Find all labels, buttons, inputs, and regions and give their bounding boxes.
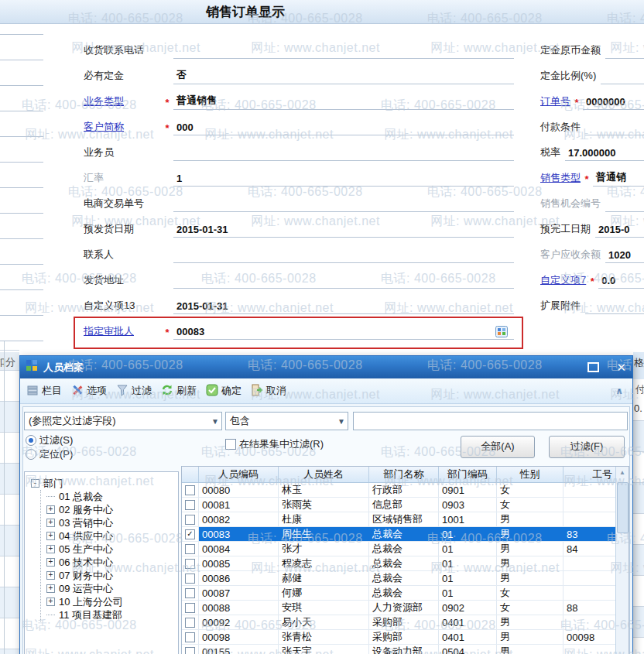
scroll-up-icon[interactable]: ▲ (616, 467, 629, 479)
toolbar-item-funnel[interactable]: 过滤 (116, 384, 152, 399)
table-row[interactable]: ✓00083周生生总裁会01男83 (182, 527, 629, 542)
tree-node[interactable]: +06 技术中心 (46, 556, 178, 569)
field-value[interactable]: 0000000 (583, 96, 644, 110)
tree-expand-icon[interactable]: + (46, 571, 55, 580)
tree-expand-icon[interactable]: + (46, 584, 55, 593)
table-row[interactable]: 00092易小天采购部0401男 (182, 615, 629, 630)
row-checkbox[interactable] (185, 647, 195, 654)
tree-node[interactable]: +03 营销中心 (46, 516, 178, 529)
radio-locate-circle[interactable] (26, 449, 36, 460)
filter-field-dropdown[interactable]: (参照定义过滤字段) ▼ (24, 412, 222, 430)
row-checkbox[interactable] (185, 485, 195, 495)
field-label[interactable]: 销售类型 (540, 171, 581, 187)
field-value[interactable]: 17.000000 (565, 147, 644, 161)
tree-collapse-icon[interactable]: - (31, 479, 39, 488)
column-header[interactable]: 部门名称 (369, 467, 439, 482)
column-header[interactable]: 工号 (564, 467, 618, 482)
field-label[interactable]: 业务类型 (84, 94, 161, 110)
tree-node[interactable]: +04 供应中心 (46, 529, 178, 543)
tree-expand-icon[interactable]: + (46, 558, 55, 567)
table-row[interactable]: 00098张青松采购部0401男00098 (182, 630, 629, 645)
column-header[interactable]: 性别 (497, 467, 564, 482)
field-value[interactable]: 普通销 (593, 170, 644, 187)
table-row[interactable]: 00081张雨英信息部0903女 (182, 498, 629, 512)
field-value[interactable]: 否 (173, 68, 514, 84)
toolbar-item-refresh[interactable]: 刷新 (161, 384, 197, 399)
dialog-titlebar[interactable]: 人员档案 ✕ (20, 356, 632, 378)
collapse-chevron-icon[interactable]: ∧ (615, 385, 623, 396)
tree-root[interactable]: -部门 (31, 477, 178, 490)
field-value[interactable] (585, 133, 644, 135)
table-row[interactable]: 00155张天宇设备动力部0504男 (182, 645, 629, 654)
tree-node[interactable]: 01 总裁会 (46, 490, 178, 503)
field-label[interactable]: 指定审批人 (84, 324, 161, 340)
field-value[interactable]: 00083 (173, 326, 514, 340)
field-value[interactable] (585, 312, 644, 314)
tree-node[interactable]: +10 上海分公司 (46, 595, 178, 608)
row-checkbox[interactable] (185, 618, 195, 628)
field-value[interactable]: 2015-0 (595, 224, 644, 238)
tree-expand-icon[interactable]: + (46, 532, 55, 540)
field-value[interactable] (173, 261, 514, 263)
field-value[interactable]: 000 (173, 122, 514, 135)
table-row[interactable]: 00082杜康区域销售部1001男 (182, 512, 629, 527)
table-row[interactable]: 00085程凌志总裁会01男 (182, 556, 629, 571)
field-value[interactable] (173, 286, 514, 289)
row-checkbox[interactable] (185, 632, 195, 642)
radio-filter-circle[interactable] (26, 435, 36, 446)
table-row[interactable]: 00080林玉行政部0901女 (182, 483, 629, 498)
tree-node[interactable]: +02 服务中心 (46, 503, 178, 516)
toolbar-item-columns[interactable]: 栏目 (26, 384, 62, 399)
table-row[interactable]: 00086郝健总裁会01男 (182, 571, 629, 586)
toolbar-item-confirm[interactable]: 确定 (206, 384, 242, 399)
field-label[interactable]: 自定义项7 (540, 273, 586, 289)
tree-node[interactable]: +05 生产中心 (46, 543, 178, 556)
row-checkbox[interactable] (185, 603, 195, 613)
radio-locate[interactable]: 定位(P) (26, 447, 73, 461)
close-icon[interactable]: ✕ (616, 361, 626, 373)
column-header[interactable]: 部门编码 (439, 467, 497, 482)
tree-expand-icon[interactable]: + (46, 545, 55, 553)
filter-button[interactable]: 过滤(F) (549, 436, 625, 458)
field-value[interactable]: 1 (173, 173, 514, 187)
row-checkbox[interactable] (185, 559, 195, 569)
tree-expand-icon[interactable]: + (46, 505, 55, 514)
vertical-scrollbar[interactable]: ▲ (615, 467, 629, 654)
filter-operator-dropdown[interactable]: 包含 ▼ (225, 412, 348, 430)
field-value[interactable] (601, 82, 644, 84)
field-value[interactable]: 0.0 (598, 275, 644, 289)
table-row[interactable]: 00087何娜总裁会01女 (182, 586, 629, 601)
browse-grid-icon[interactable] (495, 326, 508, 337)
field-label[interactable]: 客户简称 (84, 120, 161, 135)
checkbox-icon[interactable] (225, 439, 236, 450)
table-row[interactable]: 00088安琪人力资源部0902女88 (182, 601, 629, 615)
field-value[interactable]: 2015-01-31 (173, 300, 514, 314)
row-checkbox[interactable] (185, 588, 195, 598)
tree-expand-icon[interactable]: + (46, 519, 55, 527)
tree-node[interactable]: +09 运营中心 (46, 582, 178, 595)
maximize-icon[interactable] (587, 362, 599, 372)
field-value[interactable] (605, 210, 644, 212)
result-filter-checkbox[interactable]: 在结果集中过滤(R) (225, 437, 324, 451)
tree-expand-icon[interactable]: + (46, 598, 55, 606)
field-label[interactable]: 订单号 (540, 94, 570, 110)
toolbar-item-cancel[interactable]: 取消 (251, 384, 286, 399)
field-value[interactable] (173, 56, 514, 59)
row-checkbox[interactable] (185, 574, 195, 584)
row-checkbox[interactable] (185, 515, 195, 525)
table-row[interactable]: 00084张才总裁会01男84 (182, 542, 629, 556)
scrollbar-thumb[interactable] (617, 482, 629, 533)
field-value[interactable]: 2015-01-31 (173, 224, 514, 238)
toolbar-item-tools[interactable]: 选项 (71, 384, 107, 399)
column-header[interactable]: 人员姓名 (279, 467, 369, 482)
field-value[interactable] (605, 56, 644, 59)
field-value[interactable]: 1020 (605, 249, 644, 263)
field-value[interactable]: 普通销售 (173, 94, 514, 110)
radio-filter[interactable]: 过滤(S) (26, 433, 73, 447)
field-value[interactable] (173, 210, 514, 212)
row-checkbox[interactable] (185, 544, 195, 554)
row-checkbox[interactable]: ✓ (185, 529, 195, 539)
all-button[interactable]: 全部(A) (461, 436, 535, 458)
column-header[interactable]: 人员编码 (199, 467, 279, 482)
row-checkbox[interactable] (185, 500, 195, 510)
